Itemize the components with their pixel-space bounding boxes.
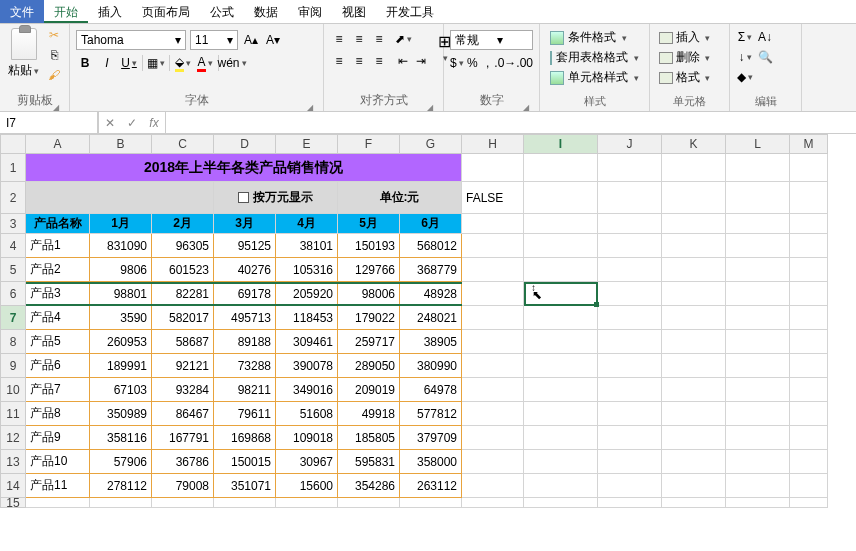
col-header[interactable]: E [276, 134, 338, 154]
col-header[interactable]: G [400, 134, 462, 154]
data-cell[interactable]: 30967 [276, 450, 338, 474]
data-cell[interactable]: 36786 [152, 450, 214, 474]
col-header[interactable]: J [598, 134, 662, 154]
cell[interactable] [790, 182, 828, 214]
data-cell[interactable]: 98211 [214, 378, 276, 402]
data-cell[interactable]: 167791 [152, 426, 214, 450]
data-cell[interactable]: 831090 [90, 234, 152, 258]
data-cell[interactable]: 390078 [276, 354, 338, 378]
increase-font-button[interactable]: A▴ [242, 31, 260, 49]
product-name-cell[interactable]: 产品11 [26, 474, 90, 498]
cell[interactable] [598, 330, 662, 354]
cell[interactable] [214, 498, 276, 508]
cell[interactable] [662, 306, 726, 330]
cell[interactable] [662, 234, 726, 258]
cell[interactable] [726, 498, 790, 508]
data-cell[interactable]: 263112 [400, 474, 462, 498]
decrease-font-button[interactable]: A▾ [264, 31, 282, 49]
data-cell[interactable]: 289050 [338, 354, 400, 378]
table-format-button[interactable]: 套用表格格式 [546, 48, 643, 67]
product-name-cell[interactable]: 产品2 [26, 258, 90, 282]
name-box[interactable]: I7 [0, 112, 98, 133]
data-cell[interactable]: 568012 [400, 234, 462, 258]
cell[interactable] [790, 214, 828, 234]
bold-button[interactable]: B [76, 54, 94, 72]
cell[interactable] [524, 282, 598, 306]
row-header[interactable]: 4 [0, 234, 26, 258]
fill-color-button[interactable]: ⬙ [174, 54, 192, 72]
cell[interactable] [790, 154, 828, 182]
border-button[interactable]: ▦ [147, 54, 165, 72]
product-name-cell[interactable]: 产品1 [26, 234, 90, 258]
align-bottom-button[interactable]: ≡ [370, 30, 388, 48]
cell-style-button[interactable]: 单元格样式 [546, 68, 643, 87]
data-cell[interactable]: 38905 [400, 330, 462, 354]
data-cell[interactable]: 93284 [152, 378, 214, 402]
cell[interactable] [790, 234, 828, 258]
cell[interactable] [524, 330, 598, 354]
data-cell[interactable]: 150193 [338, 234, 400, 258]
cell[interactable] [90, 498, 152, 508]
cell[interactable] [462, 282, 524, 306]
underline-button[interactable]: U [120, 54, 138, 72]
format-cells-button[interactable]: 格式 [656, 68, 723, 87]
data-cell[interactable]: 278112 [90, 474, 152, 498]
phonetic-button[interactable]: wén [223, 54, 241, 72]
column-header[interactable]: 产品名称 [26, 214, 90, 234]
data-cell[interactable]: 185805 [338, 426, 400, 450]
cell[interactable] [790, 354, 828, 378]
row-header[interactable]: 12 [0, 426, 26, 450]
cell[interactable] [790, 258, 828, 282]
cell[interactable] [598, 354, 662, 378]
column-header[interactable]: 1月 [90, 214, 152, 234]
orientation-button[interactable]: ⬈ [394, 30, 412, 48]
cell[interactable] [726, 182, 790, 214]
cell[interactable] [726, 214, 790, 234]
title-cell[interactable]: 2018年上半年各类产品销售情况 [26, 154, 462, 182]
data-cell[interactable]: 129766 [338, 258, 400, 282]
menu-formula[interactable]: 公式 [200, 0, 244, 23]
cell[interactable] [662, 330, 726, 354]
data-cell[interactable]: 48928 [400, 282, 462, 306]
data-cell[interactable]: 49918 [338, 402, 400, 426]
cell[interactable] [790, 306, 828, 330]
cell[interactable] [726, 354, 790, 378]
fill-button[interactable]: ↓ [736, 48, 754, 66]
row-header[interactable]: 8 [0, 330, 26, 354]
cancel-formula-button[interactable]: ✕ [99, 116, 121, 130]
data-cell[interactable]: 79008 [152, 474, 214, 498]
data-cell[interactable]: 189991 [90, 354, 152, 378]
menu-insert[interactable]: 插入 [88, 0, 132, 23]
row-header[interactable]: 11 [0, 402, 26, 426]
cell[interactable] [524, 474, 598, 498]
menu-dev[interactable]: 开发工具 [376, 0, 444, 23]
cell[interactable] [598, 154, 662, 182]
col-header[interactable]: C [152, 134, 214, 154]
cell[interactable] [524, 354, 598, 378]
cell[interactable] [462, 306, 524, 330]
cell[interactable] [598, 258, 662, 282]
menu-file[interactable]: 文件 [0, 0, 44, 23]
row-header[interactable]: 3 [0, 214, 26, 234]
cell[interactable] [662, 402, 726, 426]
cell[interactable] [524, 182, 598, 214]
cell[interactable] [726, 282, 790, 306]
data-cell[interactable]: 89188 [214, 330, 276, 354]
row-header[interactable]: 13 [0, 450, 26, 474]
paste-button[interactable]: 粘贴 [6, 26, 41, 81]
cell[interactable] [726, 154, 790, 182]
column-header[interactable]: 6月 [400, 214, 462, 234]
number-expand[interactable] [521, 99, 531, 109]
cell[interactable] [462, 354, 524, 378]
row-header[interactable]: 15 [0, 498, 26, 508]
data-cell[interactable]: 67103 [90, 378, 152, 402]
cell[interactable] [726, 450, 790, 474]
sort-filter-button[interactable]: A↓ [756, 28, 774, 46]
data-cell[interactable]: 309461 [276, 330, 338, 354]
row-header[interactable]: 7 [0, 306, 26, 330]
data-cell[interactable]: 358116 [90, 426, 152, 450]
row-header[interactable]: 10 [0, 378, 26, 402]
data-cell[interactable]: 57906 [90, 450, 152, 474]
conditional-format-button[interactable]: 条件格式 [546, 28, 643, 47]
col-header[interactable]: A [26, 134, 90, 154]
